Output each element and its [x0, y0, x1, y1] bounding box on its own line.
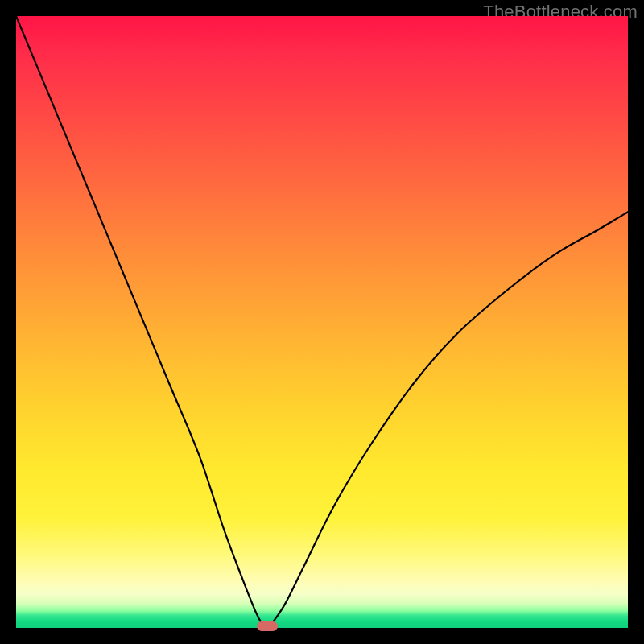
bottleneck-curve	[16, 16, 628, 628]
optimal-marker	[257, 621, 278, 631]
plot-area	[16, 16, 628, 628]
chart-container: TheBottleneck.com	[0, 0, 644, 644]
